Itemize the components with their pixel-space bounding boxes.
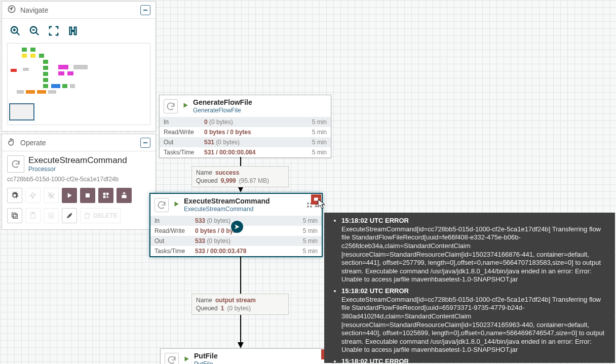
svg-marker-1 <box>10 8 13 11</box>
svg-rect-18 <box>106 193 109 195</box>
hand-icon <box>7 137 16 148</box>
processor-icon <box>164 99 178 113</box>
bulletin-entry: 15:18:02 UTC ERRORExecuteStreamCommand[i… <box>341 287 609 354</box>
mouse-cursor <box>318 199 326 210</box>
viewport-indicator[interactable] <box>9 103 34 120</box>
svg-marker-37 <box>235 224 239 229</box>
navigate-panel: Navigate <box>2 1 156 132</box>
processor-icon <box>7 155 24 173</box>
svg-rect-10 <box>70 27 72 35</box>
processor-type: GenerateFlowFile <box>193 107 327 114</box>
birdseye-minimap[interactable] <box>7 43 150 125</box>
operate-title: Operate <box>20 139 46 147</box>
play-icon <box>173 200 180 209</box>
operate-panel: Operate ExecuteStreamCommand Processor c… <box>2 134 156 230</box>
svg-marker-39 <box>238 342 244 348</box>
bulletin-tooltip: 15:18:02 UTC ERRORExecuteStreamCommand[i… <box>324 213 615 363</box>
svg-line-8 <box>36 32 39 35</box>
bulletin-entry: 15:18:02 UTC ERRORExecuteStreamCommand[i… <box>341 357 609 363</box>
zoom-in-button[interactable] <box>8 24 22 38</box>
processor-type: ExecuteStreamCommand <box>184 206 302 213</box>
svg-rect-22 <box>12 213 16 217</box>
selected-component-name: ExecuteStreamCommand <box>28 155 127 166</box>
svg-rect-13 <box>143 142 147 143</box>
processor-name: GenerateFlowFile <box>193 98 327 107</box>
svg-rect-35 <box>311 206 312 207</box>
processor-putfile[interactable]: PutFile PutFile <box>160 348 332 364</box>
add-connection-handle[interactable] <box>231 221 243 233</box>
stop-button[interactable] <box>80 188 95 203</box>
svg-rect-25 <box>49 213 54 219</box>
navigate-toolbar <box>2 19 156 41</box>
processor-name: ExecuteStreamCommand <box>184 197 302 206</box>
svg-marker-15 <box>68 193 72 197</box>
upload-template-button[interactable] <box>117 188 132 203</box>
svg-marker-31 <box>175 201 179 206</box>
svg-line-4 <box>17 32 20 35</box>
svg-marker-40 <box>185 356 189 361</box>
processor-stats: In0 (0 bytes)5 min Read/Write0 bytes / 0… <box>160 117 331 157</box>
connection-success[interactable]: Name success Queued 9,999 (95.87 MB) <box>191 166 289 187</box>
collapse-operate-button[interactable] <box>140 138 150 148</box>
copy-button[interactable] <box>7 208 22 223</box>
zoom-out-button[interactable] <box>27 24 42 38</box>
bulletin-entry: 15:18:02 UTC ERRORExecuteStreamCommand[i… <box>341 217 609 284</box>
processor-type: PutFile <box>194 360 328 364</box>
processor-name: PutFile <box>194 352 328 360</box>
compass-icon <box>7 5 16 15</box>
collapse-navigate-button[interactable] <box>140 5 150 15</box>
selected-component-kind: Processor <box>28 166 127 173</box>
svg-point-27 <box>71 213 72 215</box>
template-button[interactable] <box>98 188 113 203</box>
paste-button <box>25 208 41 223</box>
svg-rect-34 <box>307 206 309 207</box>
play-icon <box>182 102 189 110</box>
svg-rect-16 <box>86 193 90 197</box>
svg-point-12 <box>72 30 73 31</box>
processor-icon <box>165 353 179 364</box>
operate-header: Operate <box>2 134 156 151</box>
zoom-fit-button[interactable] <box>47 24 61 38</box>
zoom-actual-button[interactable] <box>66 24 80 38</box>
disable-button <box>44 188 59 203</box>
enable-button <box>25 188 41 203</box>
navigate-title: Navigate <box>20 6 48 14</box>
svg-point-26 <box>50 214 52 217</box>
svg-rect-21 <box>13 214 17 218</box>
start-button[interactable] <box>62 188 77 203</box>
selected-component-id: cc728bb5-015d-1000-cf2e-5ca1e17df24b <box>7 176 150 183</box>
svg-rect-17 <box>103 193 106 195</box>
svg-rect-20 <box>122 195 126 198</box>
group-button <box>44 208 59 223</box>
svg-rect-11 <box>74 27 76 35</box>
selected-component: ExecuteStreamCommand Processor <box>7 155 150 173</box>
svg-marker-42 <box>318 199 325 209</box>
svg-rect-2 <box>143 10 147 11</box>
svg-marker-28 <box>184 103 188 107</box>
processor-generateflowfile[interactable]: GenerateFlowFile GenerateFlowFile In0 (0… <box>159 95 331 158</box>
configure-button[interactable] <box>7 188 22 203</box>
svg-rect-19 <box>103 196 106 198</box>
processor-icon <box>155 198 169 212</box>
navigate-header: Navigate <box>2 2 156 19</box>
play-icon <box>183 355 190 364</box>
connection-output-stream[interactable]: Name output stream Queued 1 (0 bytes) <box>191 294 289 315</box>
delete-button: DELETE <box>80 208 121 223</box>
svg-rect-32 <box>307 203 309 204</box>
color-button[interactable] <box>62 208 77 223</box>
